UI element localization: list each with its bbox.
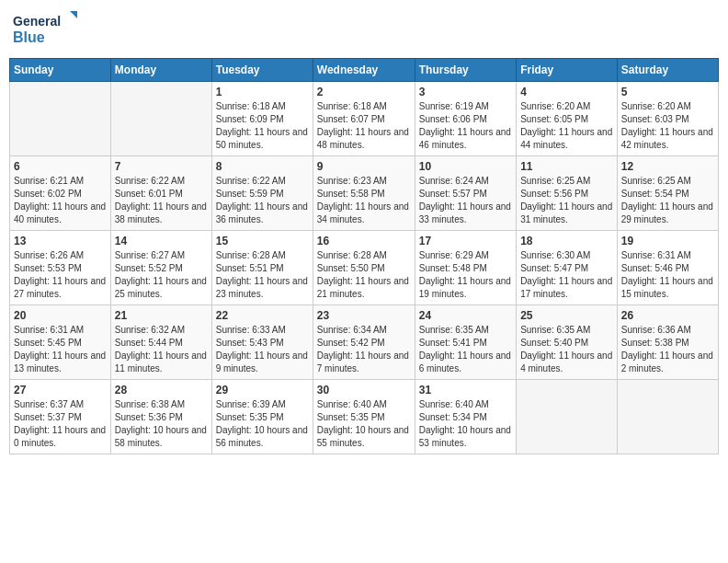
day-info: Sunrise: 6:20 AM Sunset: 6:05 PM Dayligh… xyxy=(520,100,613,152)
day-number: 4 xyxy=(520,86,613,98)
calendar-cell: 5Sunrise: 6:20 AM Sunset: 6:03 PM Daylig… xyxy=(617,82,718,156)
day-number: 19 xyxy=(621,235,714,247)
day-number: 1 xyxy=(216,86,309,98)
day-number: 18 xyxy=(520,235,613,247)
day-number: 29 xyxy=(216,384,309,396)
calendar-cell: 30Sunrise: 6:40 AM Sunset: 5:35 PM Dayli… xyxy=(313,380,415,454)
calendar-cell: 7Sunrise: 6:22 AM Sunset: 6:01 PM Daylig… xyxy=(110,156,211,231)
day-number: 8 xyxy=(216,160,309,173)
day-number: 26 xyxy=(621,309,714,322)
calendar-week-row: 6Sunrise: 6:21 AM Sunset: 6:02 PM Daylig… xyxy=(10,156,719,231)
day-info: Sunrise: 6:37 AM Sunset: 5:37 PM Dayligh… xyxy=(14,398,107,450)
calendar-cell: 9Sunrise: 6:23 AM Sunset: 5:58 PM Daylig… xyxy=(313,156,415,231)
calendar-cell: 20Sunrise: 6:31 AM Sunset: 5:45 PM Dayli… xyxy=(10,305,111,380)
day-info: Sunrise: 6:39 AM Sunset: 5:35 PM Dayligh… xyxy=(216,398,309,450)
calendar-cell: 26Sunrise: 6:36 AM Sunset: 5:38 PM Dayli… xyxy=(617,305,718,380)
calendar-cell: 1Sunrise: 6:18 AM Sunset: 6:09 PM Daylig… xyxy=(211,82,313,156)
weekday-header: Monday xyxy=(110,59,211,82)
calendar-header: SundayMondayTuesdayWednesdayThursdayFrid… xyxy=(10,59,719,82)
calendar-cell: 23Sunrise: 6:34 AM Sunset: 5:42 PM Dayli… xyxy=(313,305,415,380)
day-info: Sunrise: 6:25 AM Sunset: 5:54 PM Dayligh… xyxy=(621,175,714,226)
day-info: Sunrise: 6:19 AM Sunset: 6:06 PM Dayligh… xyxy=(419,100,512,152)
day-info: Sunrise: 6:18 AM Sunset: 6:09 PM Dayligh… xyxy=(216,100,309,152)
day-number: 14 xyxy=(115,235,208,247)
calendar-cell: 12Sunrise: 6:25 AM Sunset: 5:54 PM Dayli… xyxy=(617,156,718,231)
calendar-week-row: 13Sunrise: 6:26 AM Sunset: 5:53 PM Dayli… xyxy=(10,231,719,305)
day-number: 10 xyxy=(419,160,512,173)
calendar-cell: 24Sunrise: 6:35 AM Sunset: 5:41 PM Dayli… xyxy=(415,305,516,380)
calendar-cell: 4Sunrise: 6:20 AM Sunset: 6:05 PM Daylig… xyxy=(517,82,618,156)
calendar-cell: 3Sunrise: 6:19 AM Sunset: 6:06 PM Daylig… xyxy=(415,82,516,156)
calendar-cell xyxy=(617,380,718,454)
calendar-cell: 10Sunrise: 6:24 AM Sunset: 5:57 PM Dayli… xyxy=(415,156,516,231)
day-number: 15 xyxy=(216,235,309,247)
svg-text:General: General xyxy=(13,14,61,29)
day-info: Sunrise: 6:34 AM Sunset: 5:42 PM Dayligh… xyxy=(317,324,411,375)
weekday-header: Saturday xyxy=(617,59,718,82)
svg-marker-2 xyxy=(70,11,77,18)
weekday-header: Sunday xyxy=(10,59,111,82)
day-info: Sunrise: 6:21 AM Sunset: 6:02 PM Dayligh… xyxy=(14,175,107,226)
calendar-cell: 17Sunrise: 6:29 AM Sunset: 5:48 PM Dayli… xyxy=(415,231,516,305)
day-info: Sunrise: 6:35 AM Sunset: 5:40 PM Dayligh… xyxy=(520,324,613,375)
day-number: 28 xyxy=(115,384,208,396)
day-info: Sunrise: 6:28 AM Sunset: 5:51 PM Dayligh… xyxy=(216,249,309,301)
day-info: Sunrise: 6:29 AM Sunset: 5:48 PM Dayligh… xyxy=(419,249,512,301)
day-number: 17 xyxy=(419,235,512,247)
day-info: Sunrise: 6:23 AM Sunset: 5:58 PM Dayligh… xyxy=(317,175,411,226)
day-number: 23 xyxy=(317,309,411,322)
calendar-cell: 21Sunrise: 6:32 AM Sunset: 5:44 PM Dayli… xyxy=(110,305,211,380)
day-info: Sunrise: 6:40 AM Sunset: 5:35 PM Dayligh… xyxy=(317,398,411,450)
weekday-header: Tuesday xyxy=(211,59,313,82)
day-info: Sunrise: 6:20 AM Sunset: 6:03 PM Dayligh… xyxy=(621,100,714,152)
day-info: Sunrise: 6:30 AM Sunset: 5:47 PM Dayligh… xyxy=(520,249,613,301)
day-info: Sunrise: 6:33 AM Sunset: 5:43 PM Dayligh… xyxy=(216,324,309,375)
day-info: Sunrise: 6:22 AM Sunset: 6:01 PM Dayligh… xyxy=(115,175,208,226)
day-info: Sunrise: 6:24 AM Sunset: 5:57 PM Dayligh… xyxy=(419,175,512,226)
calendar-cell xyxy=(10,82,111,156)
logo: General Blue xyxy=(13,9,77,51)
calendar-week-row: 20Sunrise: 6:31 AM Sunset: 5:45 PM Dayli… xyxy=(10,305,719,380)
svg-text:Blue: Blue xyxy=(13,29,45,45)
day-info: Sunrise: 6:28 AM Sunset: 5:50 PM Dayligh… xyxy=(317,249,411,301)
calendar-cell: 31Sunrise: 6:40 AM Sunset: 5:34 PM Dayli… xyxy=(415,380,516,454)
day-info: Sunrise: 6:31 AM Sunset: 5:45 PM Dayligh… xyxy=(14,324,107,375)
calendar-cell xyxy=(517,380,618,454)
day-number: 22 xyxy=(216,309,309,322)
calendar-cell: 13Sunrise: 6:26 AM Sunset: 5:53 PM Dayli… xyxy=(10,231,111,305)
day-number: 5 xyxy=(621,86,714,98)
day-number: 24 xyxy=(419,309,512,322)
day-info: Sunrise: 6:22 AM Sunset: 5:59 PM Dayligh… xyxy=(216,175,309,226)
day-number: 9 xyxy=(317,160,411,173)
calendar-cell: 29Sunrise: 6:39 AM Sunset: 5:35 PM Dayli… xyxy=(211,380,313,454)
day-number: 25 xyxy=(520,309,613,322)
calendar-cell: 22Sunrise: 6:33 AM Sunset: 5:43 PM Dayli… xyxy=(211,305,313,380)
day-number: 30 xyxy=(317,384,411,396)
day-info: Sunrise: 6:35 AM Sunset: 5:41 PM Dayligh… xyxy=(419,324,512,375)
day-info: Sunrise: 6:36 AM Sunset: 5:38 PM Dayligh… xyxy=(621,324,714,375)
calendar-cell: 19Sunrise: 6:31 AM Sunset: 5:46 PM Dayli… xyxy=(617,231,718,305)
day-number: 3 xyxy=(419,86,512,98)
calendar-cell: 6Sunrise: 6:21 AM Sunset: 6:02 PM Daylig… xyxy=(10,156,111,231)
day-number: 6 xyxy=(14,160,107,173)
weekday-header: Thursday xyxy=(415,59,516,82)
calendar-table: SundayMondayTuesdayWednesdayThursdayFrid… xyxy=(9,58,719,454)
day-number: 7 xyxy=(115,160,208,173)
day-number: 2 xyxy=(317,86,411,98)
day-number: 13 xyxy=(14,235,107,247)
calendar-week-row: 1Sunrise: 6:18 AM Sunset: 6:09 PM Daylig… xyxy=(10,82,719,156)
day-number: 31 xyxy=(419,384,512,396)
day-info: Sunrise: 6:31 AM Sunset: 5:46 PM Dayligh… xyxy=(621,249,714,301)
calendar-cell: 8Sunrise: 6:22 AM Sunset: 5:59 PM Daylig… xyxy=(211,156,313,231)
calendar-cell: 11Sunrise: 6:25 AM Sunset: 5:56 PM Dayli… xyxy=(517,156,618,231)
calendar-cell: 18Sunrise: 6:30 AM Sunset: 5:47 PM Dayli… xyxy=(517,231,618,305)
calendar-week-row: 27Sunrise: 6:37 AM Sunset: 5:37 PM Dayli… xyxy=(10,380,719,454)
day-number: 21 xyxy=(115,309,208,322)
logo-svg: General Blue xyxy=(13,9,77,51)
day-number: 12 xyxy=(621,160,714,173)
day-info: Sunrise: 6:38 AM Sunset: 5:36 PM Dayligh… xyxy=(115,398,208,450)
day-number: 20 xyxy=(14,309,107,322)
day-info: Sunrise: 6:27 AM Sunset: 5:52 PM Dayligh… xyxy=(115,249,208,301)
day-number: 27 xyxy=(14,384,107,396)
calendar-cell: 25Sunrise: 6:35 AM Sunset: 5:40 PM Dayli… xyxy=(517,305,618,380)
